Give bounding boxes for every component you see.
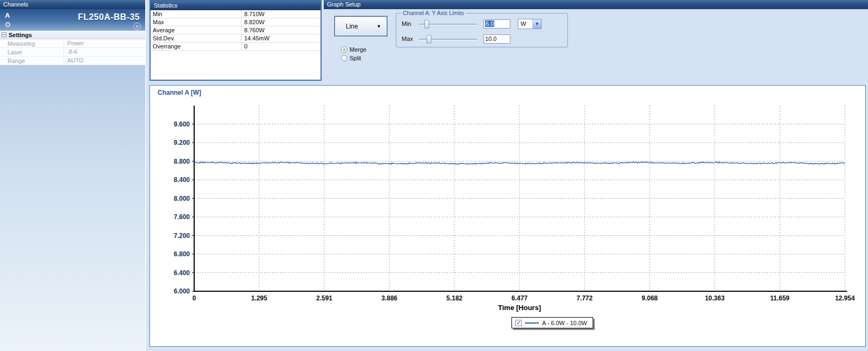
min-slider[interactable] <box>419 19 477 30</box>
channels-panel: Channels A FL250A-BB-35 » Settings Measu… <box>0 0 146 351</box>
stat-value: 8.760W <box>241 26 321 34</box>
svg-text:8.400: 8.400 <box>174 176 190 184</box>
max-slider-thumb[interactable] <box>426 35 431 44</box>
svg-text:6.477: 6.477 <box>511 294 528 302</box>
tree-collapse-icon[interactable] <box>2 32 6 37</box>
svg-text:6.800: 6.800 <box>174 250 190 258</box>
radio-icon <box>341 55 347 61</box>
svg-text:11.659: 11.659 <box>770 294 789 302</box>
merge-radio[interactable]: Merge <box>341 46 366 53</box>
statistics-panel-header: Statistics <box>151 1 321 10</box>
svg-text:7.600: 7.600 <box>174 213 190 221</box>
settings-section-header[interactable]: Settings <box>0 31 145 39</box>
svg-text:6.400: 6.400 <box>174 269 190 277</box>
stats-row-min: Min 8.710W <box>151 10 321 18</box>
stat-label: Max <box>151 19 241 25</box>
svg-text:0: 0 <box>193 294 196 302</box>
setting-row-range[interactable]: Range AUTO <box>0 57 145 65</box>
setting-row-measuring[interactable]: Measuring Power <box>0 39 145 48</box>
svg-text:9.200: 9.200 <box>174 139 190 146</box>
svg-text:2.591: 2.591 <box>316 294 332 302</box>
legend-label: A - 6.0W - 10.0W <box>542 320 587 326</box>
max-label: Max <box>402 36 413 42</box>
channels-panel-header: Channels <box>0 0 145 9</box>
setting-value: .8-6 <box>63 48 145 56</box>
svg-text:3.886: 3.886 <box>381 294 397 302</box>
legend-line-sample <box>525 322 539 324</box>
svg-text:9.068: 9.068 <box>642 294 658 302</box>
stat-label: Average <box>151 27 241 33</box>
stat-label: Overrange <box>151 43 241 50</box>
graph-type-dropdown[interactable]: Line ▼ <box>335 16 387 36</box>
chevron-down-icon: ▼ <box>532 19 541 29</box>
svg-text:7.200: 7.200 <box>174 232 190 240</box>
stats-row-stddev: Std.Dev. 14.45mW <box>151 34 321 43</box>
min-input-value: 6.0 <box>485 20 494 27</box>
graph-setup-header: Graph Setup <box>324 0 868 9</box>
channel-status-icon <box>5 22 10 27</box>
min-slider-thumb[interactable] <box>424 20 429 29</box>
min-label: Min <box>402 20 411 27</box>
stats-row-average: Average 8.760W <box>151 26 321 34</box>
stat-value: 8.820W <box>241 18 321 26</box>
setting-label: Laser <box>0 49 63 55</box>
chart-svg: 01.2952.5913.8865.1826.4777.7729.06810.3… <box>150 86 865 346</box>
svg-text:12.954: 12.954 <box>835 294 855 302</box>
units-dropdown[interactable]: W ▼ <box>518 19 542 29</box>
settings-block: Settings Measuring Power Laser .8-6 Rang… <box>0 31 145 66</box>
graph-type-value: Line <box>346 23 358 30</box>
merge-radio-label: Merge <box>350 46 366 53</box>
max-input-value: 10.0 <box>485 36 496 42</box>
setting-value: AUTO <box>63 57 145 65</box>
svg-text:7.772: 7.772 <box>577 294 593 302</box>
app-window: Channels A FL250A-BB-35 » Settings Measu… <box>0 0 868 351</box>
svg-text:5.182: 5.182 <box>446 294 463 302</box>
min-limit-row: Min 6.0 W ▼ <box>396 19 567 30</box>
radio-icon <box>341 46 347 53</box>
svg-text:6.000: 6.000 <box>174 287 190 295</box>
chart-legend[interactable]: A - 6.0W - 10.0W <box>511 317 593 328</box>
stat-value: 0 <box>241 43 321 50</box>
channel-model: FL250A-BB-35 <box>78 12 140 22</box>
setting-label: Measuring <box>0 40 63 47</box>
stats-row-overrange: Overrange 0 <box>151 43 321 51</box>
split-radio[interactable]: Split <box>341 55 361 61</box>
collapse-chevrons-icon[interactable]: » <box>133 23 141 30</box>
statistics-panel: Statistics Min 8.710W Max 8.820W Average… <box>150 0 322 81</box>
stat-label: Min <box>151 11 241 17</box>
legend-checkbox[interactable] <box>515 320 522 326</box>
min-input[interactable]: 6.0 <box>483 19 510 29</box>
stats-row-max: Max 8.820W <box>151 18 321 26</box>
stat-label: Std.Dev. <box>151 35 241 41</box>
units-value: W <box>518 19 532 29</box>
max-limit-row: Max 10.0 <box>396 34 567 45</box>
max-input[interactable]: 10.0 <box>483 34 510 44</box>
svg-text:Time [Hours]: Time [Hours] <box>498 304 541 312</box>
channel-a-header[interactable]: A FL250A-BB-35 » <box>0 9 145 31</box>
svg-text:8.000: 8.000 <box>174 195 190 202</box>
svg-text:1.295: 1.295 <box>251 294 267 302</box>
setting-value: Power <box>63 39 145 47</box>
svg-text:9.600: 9.600 <box>174 121 190 128</box>
stat-value: 8.710W <box>241 10 321 18</box>
settings-section-label: Settings <box>9 32 32 38</box>
stat-value: 14.45mW <box>241 34 321 42</box>
y-axis-limits-groupbox: Channel A: Y Axis Limits Min 6.0 W ▼ Max… <box>396 13 568 47</box>
svg-text:8.800: 8.800 <box>174 158 190 165</box>
chevron-down-icon: ▼ <box>376 24 381 29</box>
svg-text:10.363: 10.363 <box>705 294 725 302</box>
y-axis-limits-title: Channel A: Y Axis Limits <box>401 10 466 16</box>
split-radio-label: Split <box>350 55 361 61</box>
setting-label: Range <box>0 58 63 64</box>
graph-panel: Channel A [W] 01.2952.5913.8865.1826.477… <box>150 85 866 347</box>
setting-row-laser[interactable]: Laser .8-6 <box>0 48 145 57</box>
channel-id: A <box>5 11 10 19</box>
max-slider[interactable] <box>419 34 477 45</box>
